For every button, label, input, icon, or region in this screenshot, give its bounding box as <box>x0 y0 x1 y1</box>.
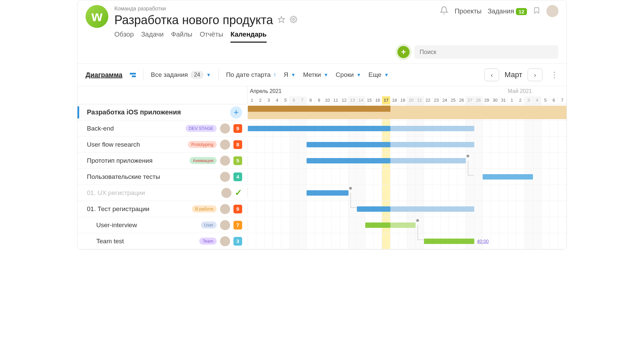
time-header: Апрель 2021 Май 2021 1234567891011121314… <box>248 86 567 104</box>
project-logo[interactable]: w <box>86 5 108 28</box>
day-cell: 22 <box>424 96 432 104</box>
task-row[interactable]: Back-endDEV STAGE9 <box>77 120 567 137</box>
task-bar[interactable] <box>424 239 474 244</box>
task-bar-progress[interactable] <box>248 126 390 131</box>
timeline-header: Апрель 2021 Май 2021 1234567891011121314… <box>77 86 567 104</box>
task-bar-progress[interactable] <box>365 222 390 228</box>
nav-tasks[interactable]: Задания 12 <box>488 7 527 15</box>
task-bar[interactable] <box>483 174 533 180</box>
task-tag[interactable]: DEV STAGE <box>185 125 217 132</box>
task-bar-remaining[interactable] <box>390 126 474 131</box>
day-cell: 16 <box>374 96 382 104</box>
tab-файлы[interactable]: Файлы <box>171 31 193 43</box>
task-row[interactable]: User-interviewUser7 <box>77 217 567 233</box>
task-bar-remaining[interactable] <box>390 142 474 147</box>
task-count-badge[interactable]: 3 <box>233 237 242 246</box>
filter-all-tasks[interactable]: Все задания 24 ▼ <box>151 71 211 79</box>
task-bar-remaining[interactable] <box>390 158 466 163</box>
task-count-badge[interactable]: 5 <box>233 156 242 165</box>
gear-icon[interactable] <box>290 16 297 24</box>
bar-area <box>248 169 567 185</box>
day-cell: 6 <box>290 96 298 104</box>
task-tag[interactable]: В работе <box>192 205 217 212</box>
task-bar-remaining[interactable] <box>390 206 474 212</box>
chevron-down-icon: ▼ <box>324 72 328 78</box>
task-count-badge[interactable]: 7 <box>233 221 242 230</box>
day-cell: 7 <box>558 96 567 104</box>
assignee-avatar[interactable] <box>221 188 231 198</box>
task-count-badge[interactable]: 4 <box>233 172 242 181</box>
tab-календарь[interactable]: Календарь <box>230 31 267 43</box>
assignee-avatar[interactable] <box>220 172 230 182</box>
task-bar[interactable] <box>307 190 348 196</box>
assignee-avatar[interactable] <box>220 123 230 134</box>
task-bar-remaining[interactable] <box>390 222 416 228</box>
day-cell: 5 <box>541 96 550 104</box>
bar-area <box>248 185 567 201</box>
bar-area: 40:00 <box>248 233 567 249</box>
assignee-avatar[interactable] <box>220 236 230 246</box>
task-bar-progress[interactable] <box>307 158 390 163</box>
tab-задачи[interactable]: Задачи <box>141 31 164 43</box>
task-tag[interactable]: Анимация <box>190 157 217 164</box>
task-group-row[interactable]: Разработка iOS приложения + <box>77 104 567 120</box>
month-nav: ‹ Март › ⋮ <box>484 68 558 81</box>
task-tag[interactable]: User <box>201 221 217 229</box>
assignee-avatar[interactable] <box>220 204 230 214</box>
search-box[interactable] <box>414 45 558 59</box>
month-row: Апрель 2021 Май 2021 <box>248 86 567 96</box>
search-input[interactable] <box>420 49 553 56</box>
star-icon[interactable] <box>278 16 285 24</box>
task-name: 01. Тест регистрации <box>87 205 189 213</box>
task-tag[interactable]: Prototyping <box>188 141 217 148</box>
group-bar-progress[interactable] <box>248 106 390 112</box>
next-month-button[interactable]: › <box>528 68 542 81</box>
month-label: Март <box>504 70 522 79</box>
day-cell: 5 <box>281 96 290 104</box>
filter-me[interactable]: Я ▼ <box>284 71 296 79</box>
task-row[interactable]: 01. UX регистрации✓ <box>77 185 567 201</box>
filter-labels[interactable]: Метки ▼ <box>303 71 328 79</box>
svg-marker-0 <box>278 16 284 22</box>
more-options-icon[interactable]: ⋮ <box>550 70 558 80</box>
tab-отчёты[interactable]: Отчёты <box>200 31 223 43</box>
task-bar-progress[interactable] <box>357 206 390 212</box>
gantt-view-icon[interactable] <box>130 73 136 77</box>
nav-projects[interactable]: Проекты <box>454 7 481 15</box>
chevron-down-icon: ▼ <box>291 72 296 78</box>
task-tag[interactable]: Team <box>199 238 217 245</box>
svg-point-1 <box>292 18 294 20</box>
task-row[interactable]: User flow researchPrototyping8 <box>77 137 567 153</box>
dependency-line <box>351 193 357 208</box>
view-diagram[interactable]: Диаграмма <box>86 71 122 79</box>
day-row: 1234567891011121314151617181920212223242… <box>248 96 567 104</box>
sort-by-start[interactable]: По дате старта ↑ <box>226 71 276 79</box>
user-avatar[interactable] <box>546 5 558 17</box>
filter-more[interactable]: Еще ▼ <box>368 71 389 79</box>
time-label[interactable]: 40:00 <box>477 239 489 244</box>
bookmark-icon[interactable] <box>533 6 540 16</box>
bell-icon[interactable] <box>440 6 448 16</box>
prev-month-button[interactable]: ‹ <box>484 68 499 81</box>
task-count-badge[interactable]: 8 <box>233 140 242 149</box>
assignee-avatar[interactable] <box>220 140 230 150</box>
all-tasks-count: 24 <box>191 71 204 79</box>
task-row[interactable]: Team testTeam340:00 <box>77 233 567 249</box>
add-task-button[interactable]: + <box>230 106 242 118</box>
add-button[interactable]: + <box>397 46 410 58</box>
task-bar-progress[interactable] <box>307 142 390 147</box>
task-row[interactable]: 01. Тест регистрацииВ работе9 <box>77 201 567 217</box>
assignee-avatar[interactable] <box>220 156 230 166</box>
task-count-badge[interactable]: 9 <box>233 124 242 133</box>
assignee-avatar[interactable] <box>220 220 230 230</box>
tab-обзор[interactable]: Обзор <box>114 31 134 43</box>
task-row[interactable]: Прототип приложенияАнимация5 <box>77 153 567 169</box>
tasks-count-badge: 12 <box>516 8 527 15</box>
task-row[interactable]: Пользовательские тесты4 <box>77 169 567 185</box>
chevron-down-icon: ▼ <box>384 72 389 78</box>
header-right: Проекты Задания 12 <box>440 5 558 17</box>
day-cell: 3 <box>525 96 533 104</box>
filter-dates[interactable]: Сроки ▼ <box>336 71 361 79</box>
group-name: Разработка iOS приложения <box>87 108 227 116</box>
task-count-badge[interactable]: 9 <box>233 205 242 213</box>
